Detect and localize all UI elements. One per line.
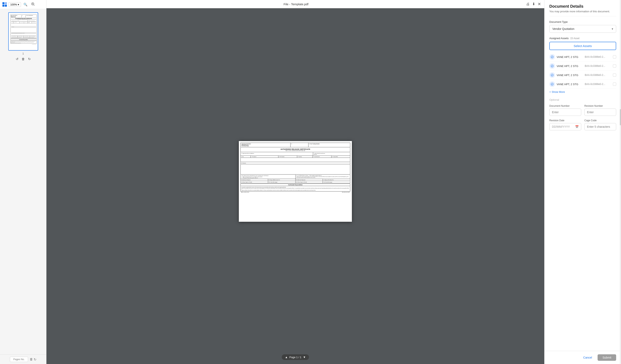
asset-id: BAA-0c3388e0-2...: [585, 83, 611, 85]
scrollbar-track[interactable]: [620, 0, 621, 364]
grid-icon: [2, 2, 7, 7]
pdf-viewer: File - Template.pdf 🖨 ⬇ ✕ Approving Civi…: [46, 0, 544, 364]
svg-point-7: [551, 83, 553, 85]
panel-footer: Cancel Submit: [545, 351, 621, 364]
prev-page-button[interactable]: ▲: [285, 356, 288, 359]
show-more-label: Show More: [552, 90, 565, 93]
page-number-label: 1: [22, 52, 24, 55]
zoom-dropdown[interactable]: 100% ▾: [8, 2, 21, 7]
calendar-icon: 📅: [575, 125, 579, 128]
panel-header: Document Details You may provide more in…: [545, 0, 621, 16]
refresh-button[interactable]: ↻: [34, 357, 36, 362]
svg-point-5: [551, 65, 553, 67]
asset-checkbox[interactable]: [613, 73, 616, 77]
submit-label: Submit: [603, 356, 611, 359]
doc-type-section: Document Type Vendor Quotation ▾: [549, 20, 616, 33]
asset-id: BAA-0c3388e0-2...: [585, 65, 611, 67]
cage-code-input[interactable]: [585, 123, 616, 130]
asset-item: VANE HPT, 2 STG BAA-0c3388e0-2...: [549, 80, 616, 89]
select-assets-label: Select Assets: [573, 44, 592, 48]
asset-item: VANE HPT, 2 STG BAA-0c3388e0-2...: [549, 52, 616, 62]
asset-name: VANE HPT, 2 STG: [557, 55, 583, 59]
svg-line-1: [34, 5, 34, 6]
submit-button[interactable]: Submit: [598, 354, 616, 361]
revision-date-placeholder: DD/MM/YYYY: [552, 125, 570, 128]
revision-number-label: Revision Number: [585, 104, 616, 107]
scrollbar-thumb[interactable]: [620, 109, 621, 125]
zoom-in-icon: [31, 3, 35, 6]
pdf-page: Approving Civil Aviation Authority/Count…: [239, 141, 352, 222]
asset-icon: [549, 63, 555, 69]
svg-point-6: [551, 74, 553, 76]
asset-item: VANE HPT, 2 STG BAA-0c3388e0-2...: [549, 62, 616, 71]
asset-name: VANE HPT, 2 STG: [557, 74, 583, 77]
delete-page-button[interactable]: 🗑: [22, 57, 25, 61]
print-button[interactable]: 🖨: [526, 2, 530, 6]
zoom-level: 100%: [10, 3, 17, 6]
assigned-assets-label: Assigned Assets: [549, 37, 569, 40]
chevron-down-icon: ▾: [612, 27, 613, 31]
svg-point-4: [551, 56, 553, 58]
download-button[interactable]: ⬇: [532, 2, 535, 6]
zoom-out-button[interactable]: 🔍: [22, 2, 29, 7]
select-assets-button[interactable]: Select Assets: [549, 42, 616, 50]
thumbnail-image: Approving Civil AviationAuthority/Countr…: [10, 14, 38, 50]
zoom-in-button[interactable]: [30, 2, 36, 7]
doc-number-input[interactable]: [549, 109, 581, 116]
revision-date-input[interactable]: DD/MM/YYYY 📅: [549, 123, 581, 130]
asset-list: VANE HPT, 2 STG BAA-0c3388e0-2... VANE H…: [549, 52, 616, 89]
page-nav-label: Page 1 / 1: [289, 356, 301, 359]
plus-icon: +: [549, 90, 551, 93]
dropdown-arrow-icon: ▾: [18, 3, 19, 6]
asset-icon: [549, 54, 555, 60]
asset-checkbox[interactable]: [613, 83, 616, 86]
cancel-button[interactable]: Cancel: [580, 354, 595, 361]
asset-id: BAA-0c3388e0-2...: [585, 55, 611, 58]
pdf-title: File - Template.pdf: [283, 2, 308, 6]
asset-id: BAA-0c3388e0-2...: [585, 74, 611, 77]
revision-number-input[interactable]: [585, 109, 616, 116]
doc-type-label: Document Type: [549, 20, 616, 23]
details-panel: Document Details You may provide more in…: [544, 0, 621, 364]
asset-icon: [549, 81, 555, 87]
rotate-right-button[interactable]: ↻: [28, 57, 31, 61]
grid-view-button[interactable]: [2, 2, 7, 7]
optional-section: Optional Document Number Revision Number…: [549, 98, 616, 130]
doc-number-label: Document Number: [549, 104, 581, 107]
assets-count-badge: 15 Asset: [570, 37, 579, 40]
asset-icon: [549, 72, 555, 78]
asset-checkbox[interactable]: [613, 64, 616, 67]
thumbnail-wrapper[interactable]: Approving Civil AviationAuthority/Countr…: [8, 12, 38, 51]
close-button[interactable]: ✕: [538, 2, 541, 6]
assigned-assets-section: Assigned Assets 15 Asset Select Assets V…: [549, 37, 616, 95]
rotate-left-button[interactable]: ↺: [16, 57, 18, 61]
pdf-header-bar: File - Template.pdf 🖨 ⬇ ✕: [46, 0, 544, 8]
revision-date-label: Revision Date: [549, 119, 581, 122]
zoom-out-icon: 🔍: [23, 3, 27, 6]
asset-name: VANE HPT, 2 STG: [557, 83, 583, 86]
cancel-label: Cancel: [583, 356, 592, 359]
doc-type-value: Vendor Quotation: [552, 27, 574, 31]
panel-subtitle: You may provide more information of this…: [549, 10, 616, 13]
cage-code-label: Cage Code: [585, 119, 616, 122]
optional-label: Optional: [549, 98, 616, 101]
show-more-button[interactable]: + Show More: [549, 89, 565, 95]
asset-item: VANE HPT, 2 STG BAA-0c3388e0-2...: [549, 71, 616, 80]
delete-button[interactable]: 🗑: [30, 357, 33, 362]
pages-number-input[interactable]: [10, 357, 28, 362]
next-page-button[interactable]: ▼: [303, 356, 306, 359]
doc-type-dropdown[interactable]: Vendor Quotation ▾: [549, 25, 616, 33]
asset-name: VANE HPT, 2 STG: [557, 65, 583, 67]
asset-checkbox[interactable]: [613, 55, 616, 59]
page-navigation: ▲ Page 1 / 1 ▼: [282, 354, 309, 360]
panel-title: Document Details: [549, 4, 616, 9]
panel-body: Document Type Vendor Quotation ▾ Assigne…: [545, 16, 621, 351]
